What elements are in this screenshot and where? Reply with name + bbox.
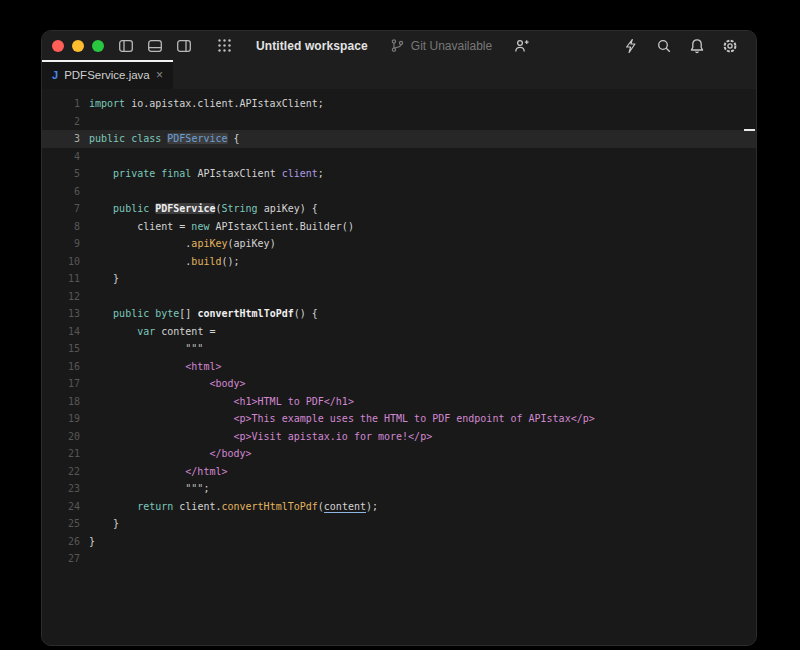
code-line[interactable]: 15 """ bbox=[42, 340, 756, 358]
code-text: } bbox=[89, 533, 95, 551]
code-line[interactable]: 12 bbox=[42, 288, 756, 306]
code-line[interactable]: 3public class PDFService { bbox=[42, 130, 756, 148]
code-text: """ bbox=[89, 340, 203, 358]
code-text: client = new APIstaxClient.Builder() bbox=[89, 218, 354, 236]
minimize-window-button[interactable] bbox=[72, 40, 84, 52]
code-text: .build(); bbox=[89, 253, 240, 271]
line-number: 22 bbox=[42, 463, 80, 481]
code-line[interactable]: 11 } bbox=[42, 270, 756, 288]
line-number: 25 bbox=[42, 515, 80, 533]
panel-left-icon[interactable] bbox=[118, 38, 134, 54]
code-text: public PDFService(String apiKey) { bbox=[89, 200, 318, 218]
line-number: 4 bbox=[42, 148, 80, 166]
line-number: 10 bbox=[42, 253, 80, 271]
panel-bottom-icon[interactable] bbox=[147, 38, 163, 54]
code-line[interactable]: 10 .build(); bbox=[42, 253, 756, 271]
git-status-label: Git Unavailable bbox=[411, 39, 492, 53]
code-text: public class PDFService { bbox=[89, 130, 240, 148]
titlebar: Untitled workspace Git Unavailable bbox=[42, 31, 756, 60]
code-line[interactable]: 25 } bbox=[42, 515, 756, 533]
search-icon[interactable] bbox=[656, 38, 672, 54]
code-text: <p>This example uses the HTML to PDF end… bbox=[89, 410, 595, 428]
tab-close-icon[interactable]: × bbox=[156, 69, 163, 81]
tab-label: PDFService.java bbox=[64, 69, 150, 81]
line-number: 6 bbox=[42, 183, 80, 201]
code-text: var content = bbox=[89, 323, 215, 341]
active-tab-indicator bbox=[42, 60, 173, 62]
line-number: 5 bbox=[42, 165, 80, 183]
code-text: <html> bbox=[89, 358, 221, 376]
line-number: 18 bbox=[42, 393, 80, 411]
scrollbar-caret-marker bbox=[744, 129, 755, 131]
code-line[interactable]: 9 .apiKey(apiKey) bbox=[42, 235, 756, 253]
code-line[interactable]: 4 bbox=[42, 148, 756, 166]
code-line[interactable]: 8 client = new APIstaxClient.Builder() bbox=[42, 218, 756, 236]
workspace-grid-icon[interactable] bbox=[217, 38, 232, 53]
zoom-window-button[interactable] bbox=[92, 40, 104, 52]
code-text: <p>Visit apistax.io for more!</p> bbox=[89, 428, 432, 446]
code-text: </html> bbox=[89, 463, 227, 481]
run-lightning-icon[interactable] bbox=[623, 38, 639, 54]
close-window-button[interactable] bbox=[52, 40, 64, 52]
tab-pdfservice-java[interactable]: J PDFService.java × bbox=[42, 60, 173, 89]
code-editor[interactable]: 1import io.apistax.client.APIstaxClient;… bbox=[42, 89, 756, 646]
code-text: <h1>HTML to PDF</h1> bbox=[89, 393, 354, 411]
code-text: } bbox=[89, 270, 119, 288]
line-number: 17 bbox=[42, 375, 80, 393]
line-number: 9 bbox=[42, 235, 80, 253]
line-number: 19 bbox=[42, 410, 80, 428]
git-branch-icon bbox=[390, 38, 405, 53]
line-number: 16 bbox=[42, 358, 80, 376]
code-text: import io.apistax.client.APIstaxClient; bbox=[89, 95, 324, 113]
line-number: 23 bbox=[42, 480, 80, 498]
line-number: 21 bbox=[42, 445, 80, 463]
line-number: 3 bbox=[42, 130, 80, 148]
fleet-window: Untitled workspace Git Unavailable bbox=[41, 30, 757, 646]
code-text: return client.convertHtmlToPdf(content); bbox=[89, 498, 378, 516]
java-file-icon: J bbox=[52, 69, 58, 81]
code-line[interactable]: 20 <p>Visit apistax.io for more!</p> bbox=[42, 428, 756, 446]
line-number: 11 bbox=[42, 270, 80, 288]
notifications-icon[interactable] bbox=[689, 38, 705, 54]
line-number: 7 bbox=[42, 200, 80, 218]
code-text: </body> bbox=[89, 445, 252, 463]
line-number: 2 bbox=[42, 113, 80, 131]
line-number: 27 bbox=[42, 550, 80, 568]
workspace-title[interactable]: Untitled workspace bbox=[256, 39, 368, 53]
panel-right-icon[interactable] bbox=[176, 38, 192, 54]
line-number: 13 bbox=[42, 305, 80, 323]
code-text: <body> bbox=[89, 375, 246, 393]
git-status[interactable]: Git Unavailable bbox=[390, 38, 492, 53]
code-line[interactable]: 7 public PDFService(String apiKey) { bbox=[42, 200, 756, 218]
code-text: } bbox=[89, 515, 119, 533]
code-text: private final APIstaxClient client; bbox=[89, 165, 324, 183]
code-line[interactable]: 14 var content = bbox=[42, 323, 756, 341]
code-line[interactable]: 5 private final APIstaxClient client; bbox=[42, 165, 756, 183]
code-line[interactable]: 16 <html> bbox=[42, 358, 756, 376]
code-text: public byte[] convertHtmlToPdf() { bbox=[89, 305, 318, 323]
code-line[interactable]: 13 public byte[] convertHtmlToPdf() { bbox=[42, 305, 756, 323]
collaborate-icon[interactable] bbox=[514, 38, 530, 54]
tab-bar: J PDFService.java × bbox=[42, 60, 756, 89]
line-number: 8 bbox=[42, 218, 80, 236]
line-number: 24 bbox=[42, 498, 80, 516]
code-line[interactable]: 6 bbox=[42, 183, 756, 201]
code-line[interactable]: 18 <h1>HTML to PDF</h1> bbox=[42, 393, 756, 411]
code-line[interactable]: 17 <body> bbox=[42, 375, 756, 393]
code-line[interactable]: 2 bbox=[42, 113, 756, 131]
code-line[interactable]: 27 bbox=[42, 550, 756, 568]
code-line[interactable]: 21 </body> bbox=[42, 445, 756, 463]
line-number: 15 bbox=[42, 340, 80, 358]
line-number: 14 bbox=[42, 323, 80, 341]
line-number: 20 bbox=[42, 428, 80, 446]
code-text: """; bbox=[89, 480, 209, 498]
code-line[interactable]: 19 <p>This example uses the HTML to PDF … bbox=[42, 410, 756, 428]
code-line[interactable]: 1import io.apistax.client.APIstaxClient; bbox=[42, 95, 756, 113]
line-number: 12 bbox=[42, 288, 80, 306]
code-line[interactable]: 22 </html> bbox=[42, 463, 756, 481]
settings-icon[interactable] bbox=[722, 38, 738, 54]
code-line[interactable]: 24 return client.convertHtmlToPdf(conten… bbox=[42, 498, 756, 516]
code-line[interactable]: 26} bbox=[42, 533, 756, 551]
code-line[interactable]: 23 """; bbox=[42, 480, 756, 498]
line-number: 26 bbox=[42, 533, 80, 551]
